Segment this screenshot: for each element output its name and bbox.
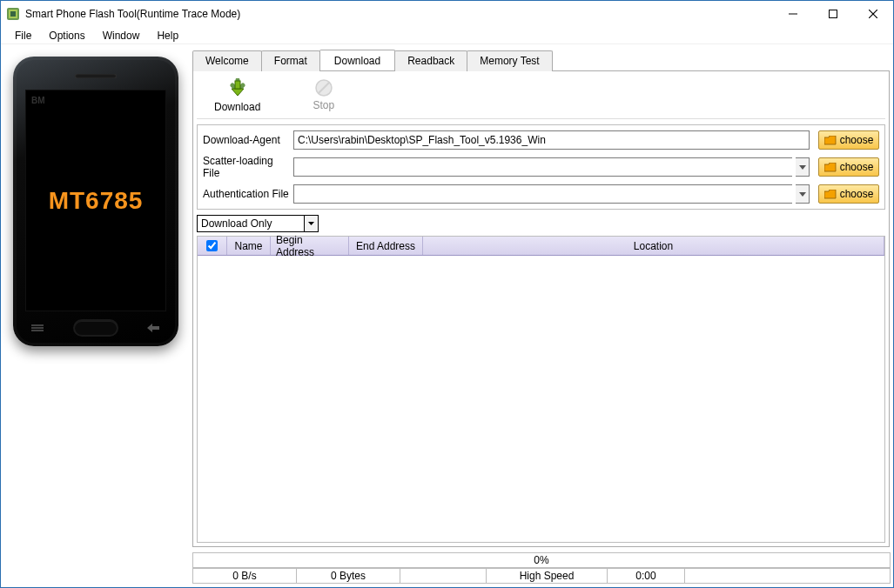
scatter-file-dropdown[interactable] [796, 157, 810, 177]
table-body [198, 256, 884, 542]
menu-window[interactable]: Window [94, 28, 149, 43]
folder-icon [824, 163, 837, 171]
scatter-file-choose-button[interactable]: choose [818, 157, 879, 177]
tab-memory-test[interactable]: Memory Test [467, 50, 552, 71]
main-pane: Welcome Format Download Readback Memory … [192, 50, 890, 584]
choose-label: choose [840, 161, 874, 173]
status-bytes: 0 Bytes [296, 568, 400, 584]
svg-rect-4 [830, 10, 837, 18]
stop-button-label: Stop [313, 99, 334, 111]
status-port [400, 568, 487, 584]
phone-mockup: BM MT6785 [13, 57, 178, 346]
download-button[interactable]: Download [214, 78, 260, 113]
choose-label: choose [840, 134, 874, 146]
progress-row: 0% [192, 552, 890, 568]
phone-bm-label: BM [31, 96, 45, 105]
auth-file-choose-button[interactable]: choose [818, 184, 879, 204]
auth-file-input[interactable] [293, 184, 792, 204]
minimize-button[interactable] [773, 1, 813, 27]
tab-download[interactable]: Download [319, 50, 395, 70]
menu-options[interactable]: Options [40, 28, 93, 43]
svg-rect-10 [235, 81, 240, 89]
menu-file[interactable]: File [6, 28, 40, 43]
scatter-file-row: Scatter-loading File choose [203, 155, 879, 179]
folder-icon [824, 136, 837, 144]
titlebar: Smart Phone Flash Tool(Runtime Trace Mod… [1, 1, 893, 27]
tab-readback[interactable]: Readback [394, 50, 467, 71]
download-button-label: Download [214, 101, 260, 113]
maximize-button[interactable] [813, 1, 853, 27]
phone-screen: BM MT6785 [25, 90, 166, 311]
folder-icon [824, 190, 837, 198]
tab-format[interactable]: Format [261, 50, 320, 71]
svg-rect-2 [10, 11, 16, 17]
menubar: File Options Window Help [1, 27, 893, 44]
auth-file-label: Authentication File [203, 188, 290, 200]
file-selection-group: Download-Agent choose Scatter-loading Fi… [197, 124, 885, 210]
window-controls [773, 1, 893, 27]
scatter-file-label: Scatter-loading File [203, 155, 290, 179]
table-header-row: Name Begin Address End Address Location [198, 237, 884, 256]
partition-table: Name Begin Address End Address Location [197, 236, 885, 543]
download-agent-label: Download-Agent [203, 134, 290, 146]
download-mode-select[interactable]: Download Only [197, 215, 319, 232]
auth-file-row: Authentication File choose [203, 184, 879, 204]
menu-help[interactable]: Help [148, 28, 187, 43]
progress-bar: 0% [192, 552, 891, 568]
status-area: 0% 0 B/s 0 Bytes High Speed 0:00 [192, 552, 890, 584]
download-agent-row: Download-Agent choose [203, 130, 879, 150]
content-area: BM MT6785 Welcome Format Download Readba… [1, 44, 893, 587]
chevron-down-icon [304, 216, 318, 231]
phone-menu-key-icon [27, 322, 48, 334]
stop-icon [314, 78, 333, 97]
titlebar-title: Smart Phone Flash Tool(Runtime Trace Mod… [25, 8, 773, 20]
download-mode-value: Download Only [201, 217, 272, 230]
status-time: 0:00 [607, 568, 685, 584]
tab-strip: Welcome Format Download Readback Memory … [192, 50, 890, 70]
status-extra [684, 568, 891, 584]
toolbar: Download Stop [197, 75, 885, 119]
auth-file-dropdown[interactable] [796, 184, 810, 204]
app-icon [6, 7, 20, 21]
phone-speaker [75, 74, 117, 78]
download-agent-choose-button[interactable]: choose [818, 130, 879, 150]
download-panel: Download Stop Download-Agent [192, 70, 890, 547]
col-location[interactable]: Location [423, 237, 884, 255]
col-begin-address[interactable]: Begin Address [271, 237, 349, 255]
download-agent-input[interactable] [293, 130, 810, 150]
col-name[interactable]: Name [227, 237, 271, 255]
close-button[interactable] [853, 1, 893, 27]
status-speed: High Speed [486, 568, 608, 584]
stats-row: 0 B/s 0 Bytes High Speed 0:00 [192, 568, 890, 584]
choose-label: choose [840, 188, 874, 200]
tab-welcome[interactable]: Welcome [192, 50, 262, 71]
phone-chip-label: MT6785 [49, 187, 144, 215]
download-arrow-icon [227, 78, 248, 99]
select-all-checkbox[interactable] [206, 240, 218, 251]
phone-buttons [13, 318, 178, 337]
phone-home-key [75, 321, 117, 335]
col-end-address[interactable]: End Address [349, 237, 423, 255]
stop-button: Stop [313, 78, 334, 113]
col-checkbox[interactable] [198, 237, 227, 255]
scatter-file-input[interactable] [293, 157, 792, 177]
status-rate: 0 B/s [192, 568, 297, 584]
phone-back-key-icon [144, 322, 165, 334]
phone-preview-pane: BM MT6785 [4, 50, 187, 584]
app-window: Smart Phone Flash Tool(Runtime Trace Mod… [0, 0, 894, 588]
